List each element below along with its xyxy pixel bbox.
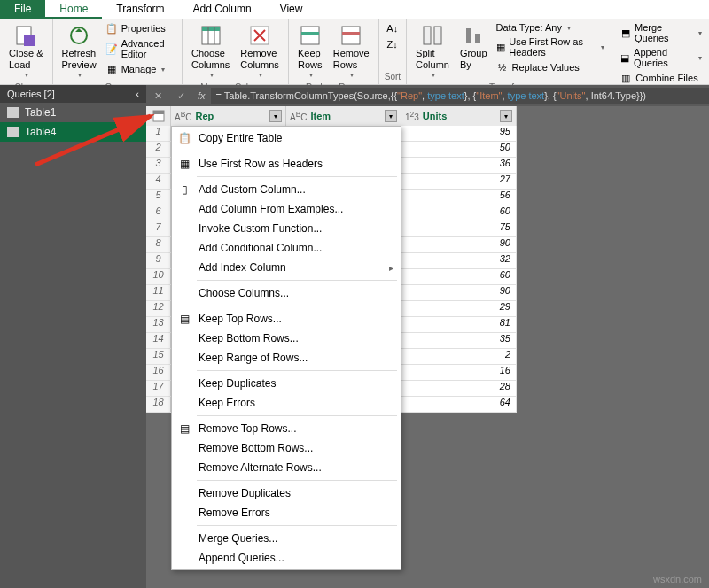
manage-icon: ▦ [105,63,118,75]
cell-units[interactable]: 81 [401,317,517,332]
table-context-menu: 📋Copy Entire Table ▦Use First Row as Hea… [171,126,401,570]
cell-units[interactable]: 56 [401,190,517,205]
row-number: 15 [146,349,171,364]
col-header-item[interactable]: ABC Item ▾ [286,106,401,126]
ctx-keep-range[interactable]: Keep Range of Rows... [172,348,401,368]
cell-units[interactable]: 32 [401,253,517,268]
query-item-table4[interactable]: Table4 [0,122,146,142]
cell-units[interactable]: 28 [401,381,517,396]
cell-units[interactable]: 95 [401,126,517,141]
formula-cancel-button[interactable]: ✕ [146,85,169,106]
query-item-table1[interactable]: Table1 [0,103,146,122]
type-number-icon: 123 [405,110,419,122]
col-filter-item[interactable]: ▾ [385,110,397,122]
select-all-corner[interactable] [146,106,171,126]
cell-units[interactable]: 35 [401,333,517,348]
ctx-keep-err[interactable]: Keep Errors [172,393,401,413]
row-number: 6 [146,205,171,220]
group-by-button[interactable]: Group By [456,21,491,73]
ctx-sep [197,280,397,281]
ctx-keep-dup[interactable]: Keep Duplicates [172,374,401,393]
replace-values-button[interactable]: ½Replace Values [495,60,607,74]
ctx-add-col-examples[interactable]: Add Column From Examples... [172,199,401,219]
col-filter-units[interactable]: ▾ [500,110,512,122]
first-row-headers-button[interactable]: ▦Use First Row as Headers [495,35,607,58]
keep-rows-button[interactable]: Keep Rows [294,21,326,81]
ctx-add-conditional[interactable]: Add Conditional Column... [172,238,401,258]
advanced-editor-button[interactable]: 📝Advanced Editor [104,37,176,60]
row-number: 7 [146,221,171,236]
row-number: 8 [146,237,171,252]
ctx-sep [197,415,397,416]
sort-desc-button[interactable]: Z↓ [385,37,401,51]
formula-accept-button[interactable]: ✓ [169,85,192,106]
append-icon: ⬓ [619,51,630,64]
cell-units[interactable]: 60 [401,205,517,220]
formula-input[interactable]: = Table.TransformColumnTypes(Source,{{"R… [211,88,709,104]
cell-units[interactable]: 36 [401,158,517,173]
merge-queries-button[interactable]: ⬒Merge Queries [618,21,704,44]
sort-asc-button[interactable]: A↓ [385,21,401,35]
cell-units[interactable]: 90 [401,285,517,300]
replace-icon: ½ [496,61,509,74]
manage-button[interactable]: ▦Manage [104,62,176,76]
col-header-rep[interactable]: ABC Rep ▾ [171,106,286,126]
ctx-choose-cols[interactable]: Choose Columns... [172,283,401,303]
col-filter-rep[interactable]: ▾ [269,110,282,122]
combine-files-button[interactable]: ▥Combine Files [618,71,704,85]
type-text-icon: ABC [175,110,191,122]
ctx-merge-q[interactable]: Merge Queries... [172,529,401,548]
queries-header[interactable]: Queries [2] ‹ [0,85,146,103]
cell-units[interactable]: 90 [401,237,517,252]
collapse-icon[interactable]: ‹ [136,89,139,99]
ctx-append-q[interactable]: Append Queries... [172,548,401,568]
tab-transform[interactable]: Transform [102,0,178,19]
cell-units[interactable]: 60 [401,269,517,284]
cell-units[interactable]: 27 [401,174,517,189]
properties-button[interactable]: 📋Properties [104,21,176,35]
append-queries-button[interactable]: ⬓Append Queries [618,46,704,69]
ctx-copy-table[interactable]: 📋Copy Entire Table [172,128,401,148]
ctx-add-index[interactable]: Add Index Column▸ [172,258,401,277]
tab-file[interactable]: File [0,0,45,19]
watermark: wsxdn.com [653,574,702,584]
cell-units[interactable]: 64 [401,397,517,412]
split-icon [420,23,445,48]
ctx-use-first-row[interactable]: ▦Use First Row as Headers [172,154,401,174]
svg-rect-19 [153,111,164,114]
tab-add-column[interactable]: Add Column [179,0,266,19]
cell-units[interactable]: 29 [401,301,517,316]
ctx-remove-bottom[interactable]: Remove Bottom Rows... [172,438,401,458]
svg-rect-14 [424,27,431,44]
remove-columns-button[interactable]: Remove Columns [237,21,282,81]
ctx-remove-err[interactable]: Remove Errors [172,503,401,522]
split-column-button[interactable]: Split Column [412,21,453,81]
ctx-remove-top[interactable]: ▤Remove Top Rows... [172,419,401,438]
cell-units[interactable]: 16 [401,365,517,380]
refresh-preview-button[interactable]: Refresh Preview [58,21,100,81]
refresh-label: Refresh Preview [62,48,97,71]
main-area: Queries [2] ‹ Table1 Table4 ✕ ✓ fx = Tab… [0,85,709,588]
ctx-invoke-fn[interactable]: Invoke Custom Function... [172,219,401,238]
cell-units[interactable]: 2 [401,349,517,364]
queries-pane: Queries [2] ‹ Table1 Table4 [0,85,146,588]
row-number: 14 [146,333,171,348]
remove-rows-button[interactable]: Remove Rows [330,21,373,81]
tab-home[interactable]: Home [45,0,102,19]
ctx-keep-top[interactable]: ▤Keep Top Rows... [172,309,401,329]
ctx-remove-dup[interactable]: Remove Duplicates [172,484,401,503]
col-header-units[interactable]: 123 Units ▾ [401,106,517,126]
row-number: 4 [146,174,171,189]
cell-units[interactable]: 75 [401,221,517,236]
remove-rows-icon: ▤ [177,422,191,436]
tab-view[interactable]: View [266,0,317,19]
ctx-keep-bottom[interactable]: Keep Bottom Rows... [172,329,401,348]
choose-columns-button[interactable]: Choose Columns [188,21,233,81]
data-type-button[interactable]: Data Type: Any [495,21,607,34]
ctx-add-custom-col[interactable]: ▯Add Custom Column... [172,180,401,199]
svg-rect-11 [301,32,319,35]
ctx-remove-alt[interactable]: Remove Alternate Rows... [172,458,401,477]
cell-units[interactable]: 50 [401,142,517,157]
close-load-button[interactable]: Close & Load [5,21,47,81]
svg-rect-17 [475,34,480,43]
